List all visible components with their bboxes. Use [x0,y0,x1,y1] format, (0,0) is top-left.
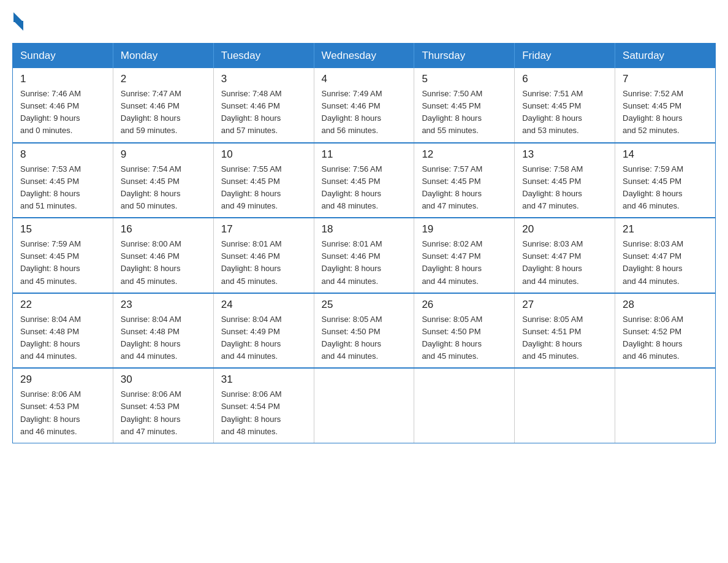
day-info: Sunrise: 8:01 AMSunset: 4:46 PMDaylight:… [322,238,407,288]
day-number: 20 [522,223,607,236]
day-number: 10 [221,148,306,161]
day-info: Sunrise: 8:02 AMSunset: 4:47 PMDaylight:… [422,238,507,288]
day-info: Sunrise: 8:06 AMSunset: 4:53 PMDaylight:… [121,388,206,438]
day-info: Sunrise: 8:01 AMSunset: 4:46 PMDaylight:… [221,238,306,288]
calendar-cell: 7 Sunrise: 7:52 AMSunset: 4:45 PMDayligh… [615,68,716,143]
day-number: 21 [623,223,708,236]
day-number: 29 [20,373,105,386]
day-number: 2 [121,73,206,85]
day-info: Sunrise: 7:54 AMSunset: 4:45 PMDaylight:… [121,163,206,213]
calendar-cell: 2 Sunrise: 7:47 AMSunset: 4:46 PMDayligh… [113,68,213,143]
calendar-header-saturday: Saturday [615,44,716,69]
page-header [12,12,716,31]
calendar-cell: 16 Sunrise: 8:00 AMSunset: 4:46 PMDaylig… [113,218,213,293]
calendar-week-row: 22 Sunrise: 8:04 AMSunset: 4:48 PMDaylig… [13,293,716,369]
calendar-cell: 18 Sunrise: 8:01 AMSunset: 4:46 PMDaylig… [314,218,414,293]
day-number: 26 [422,299,507,311]
calendar-cell: 10 Sunrise: 7:55 AMSunset: 4:45 PMDaylig… [213,143,314,218]
day-number: 5 [422,73,507,85]
day-number: 8 [20,148,105,161]
calendar-cell: 9 Sunrise: 7:54 AMSunset: 4:45 PMDayligh… [113,143,213,218]
calendar-week-row: 8 Sunrise: 7:53 AMSunset: 4:45 PMDayligh… [13,143,716,218]
logo [12,12,23,31]
calendar-cell: 24 Sunrise: 8:04 AMSunset: 4:49 PMDaylig… [213,293,314,369]
day-number: 16 [121,223,206,236]
day-number: 3 [221,73,306,85]
day-info: Sunrise: 7:47 AMSunset: 4:46 PMDaylight:… [121,88,206,137]
day-info: Sunrise: 7:50 AMSunset: 4:45 PMDaylight:… [422,88,507,137]
calendar-cell: 5 Sunrise: 7:50 AMSunset: 4:45 PMDayligh… [414,68,515,143]
day-info: Sunrise: 7:52 AMSunset: 4:45 PMDaylight:… [623,88,708,137]
day-info: Sunrise: 8:05 AMSunset: 4:51 PMDaylight:… [522,313,607,363]
calendar-header-friday: Friday [515,44,615,69]
calendar-header-tuesday: Tuesday [213,44,314,69]
day-info: Sunrise: 7:46 AMSunset: 4:46 PMDaylight:… [20,88,105,137]
day-number: 22 [20,299,105,311]
day-info: Sunrise: 7:51 AMSunset: 4:45 PMDaylight:… [522,88,607,137]
calendar-cell: 13 Sunrise: 7:58 AMSunset: 4:45 PMDaylig… [515,143,615,218]
calendar-cell [615,368,716,443]
calendar-cell: 8 Sunrise: 7:53 AMSunset: 4:45 PMDayligh… [13,143,113,218]
calendar-cell: 31 Sunrise: 8:06 AMSunset: 4:54 PMDaylig… [213,368,314,443]
calendar-cell: 28 Sunrise: 8:06 AMSunset: 4:52 PMDaylig… [615,293,716,369]
calendar-cell: 22 Sunrise: 8:04 AMSunset: 4:48 PMDaylig… [13,293,113,369]
day-info: Sunrise: 8:04 AMSunset: 4:49 PMDaylight:… [221,313,306,363]
day-number: 28 [623,299,708,311]
day-info: Sunrise: 8:06 AMSunset: 4:52 PMDaylight:… [623,313,708,363]
day-number: 9 [121,148,206,161]
day-info: Sunrise: 7:48 AMSunset: 4:46 PMDaylight:… [221,88,306,137]
day-number: 19 [422,223,507,236]
calendar-cell: 3 Sunrise: 7:48 AMSunset: 4:46 PMDayligh… [213,68,314,143]
calendar-header-monday: Monday [113,44,213,69]
calendar-cell: 19 Sunrise: 8:02 AMSunset: 4:47 PMDaylig… [414,218,515,293]
day-number: 7 [623,73,708,85]
day-info: Sunrise: 7:49 AMSunset: 4:46 PMDaylight:… [322,88,407,137]
day-info: Sunrise: 7:53 AMSunset: 4:45 PMDaylight:… [20,163,105,213]
calendar-cell: 25 Sunrise: 8:05 AMSunset: 4:50 PMDaylig… [314,293,414,369]
calendar-cell: 29 Sunrise: 8:06 AMSunset: 4:53 PMDaylig… [13,368,113,443]
day-info: Sunrise: 7:56 AMSunset: 4:45 PMDaylight:… [322,163,407,213]
day-info: Sunrise: 8:06 AMSunset: 4:53 PMDaylight:… [20,388,105,438]
calendar-cell: 20 Sunrise: 8:03 AMSunset: 4:47 PMDaylig… [515,218,615,293]
day-number: 25 [322,299,407,311]
day-info: Sunrise: 7:57 AMSunset: 4:45 PMDaylight:… [422,163,507,213]
calendar-cell: 4 Sunrise: 7:49 AMSunset: 4:46 PMDayligh… [314,68,414,143]
day-info: Sunrise: 8:05 AMSunset: 4:50 PMDaylight:… [322,313,407,363]
calendar-cell: 26 Sunrise: 8:05 AMSunset: 4:50 PMDaylig… [414,293,515,369]
day-number: 1 [20,73,105,85]
day-number: 13 [522,148,607,161]
calendar-header-row: SundayMondayTuesdayWednesdayThursdayFrid… [13,44,716,69]
calendar-cell: 11 Sunrise: 7:56 AMSunset: 4:45 PMDaylig… [314,143,414,218]
calendar-week-row: 15 Sunrise: 7:59 AMSunset: 4:45 PMDaylig… [13,218,716,293]
day-number: 30 [121,373,206,386]
calendar-cell: 23 Sunrise: 8:04 AMSunset: 4:48 PMDaylig… [113,293,213,369]
calendar-table: SundayMondayTuesdayWednesdayThursdayFrid… [12,43,716,443]
day-number: 17 [221,223,306,236]
calendar-cell: 14 Sunrise: 7:59 AMSunset: 4:45 PMDaylig… [615,143,716,218]
calendar-header-wednesday: Wednesday [314,44,414,69]
day-number: 27 [522,299,607,311]
day-info: Sunrise: 7:59 AMSunset: 4:45 PMDaylight:… [623,163,708,213]
day-number: 23 [121,299,206,311]
day-info: Sunrise: 7:55 AMSunset: 4:45 PMDaylight:… [221,163,306,213]
day-number: 11 [322,148,407,161]
calendar-cell: 30 Sunrise: 8:06 AMSunset: 4:53 PMDaylig… [113,368,213,443]
day-info: Sunrise: 8:03 AMSunset: 4:47 PMDaylight:… [522,238,607,288]
day-number: 31 [221,373,306,386]
calendar-cell: 15 Sunrise: 7:59 AMSunset: 4:45 PMDaylig… [13,218,113,293]
day-number: 4 [322,73,407,85]
day-info: Sunrise: 8:06 AMSunset: 4:54 PMDaylight:… [221,388,306,438]
calendar-week-row: 1 Sunrise: 7:46 AMSunset: 4:46 PMDayligh… [13,68,716,143]
calendar-cell: 12 Sunrise: 7:57 AMSunset: 4:45 PMDaylig… [414,143,515,218]
calendar-header-thursday: Thursday [414,44,515,69]
day-info: Sunrise: 7:59 AMSunset: 4:45 PMDaylight:… [20,238,105,288]
calendar-cell: 27 Sunrise: 8:05 AMSunset: 4:51 PMDaylig… [515,293,615,369]
calendar-cell [314,368,414,443]
day-number: 24 [221,299,306,311]
calendar-cell: 21 Sunrise: 8:03 AMSunset: 4:47 PMDaylig… [615,218,716,293]
day-info: Sunrise: 8:05 AMSunset: 4:50 PMDaylight:… [422,313,507,363]
day-number: 6 [522,73,607,85]
day-info: Sunrise: 8:00 AMSunset: 4:46 PMDaylight:… [121,238,206,288]
calendar-week-row: 29 Sunrise: 8:06 AMSunset: 4:53 PMDaylig… [13,368,716,443]
calendar-cell [414,368,515,443]
